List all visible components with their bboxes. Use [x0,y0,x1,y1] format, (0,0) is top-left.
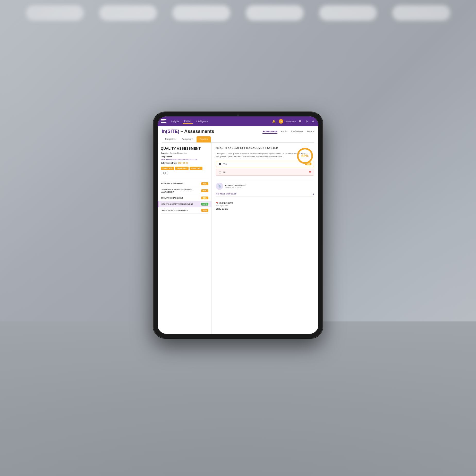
export-xls-button[interactable]: Export XLS [161,167,174,170]
divider-1 [161,178,208,178]
tabs-bar: Templates Campaigns Reports [162,136,314,143]
tablet-screen: Insights Impact Intelligence 🔔 DO David … [158,116,318,334]
nav-impact[interactable]: Impact [183,119,193,124]
radio-no [219,171,221,174]
help-icon[interactable]: ⊙ [304,119,309,124]
user-avatar: DO [279,119,283,124]
tablet-device: Insights Impact Intelligence 🔔 DO David … [153,112,323,338]
scene-container: Insights Impact Intelligence 🔔 DO David … [127,96,349,380]
expiry-section: 📅 EXPIRY DATE Add expiry date 2025-07-11 [216,202,314,210]
category-health-label: HEALTH & SAFETY MANAGEMENT [162,203,201,205]
app-header: in(SITE) – Assessments Assessments Audit… [158,126,318,143]
category-quality[interactable]: QUALITY MANAGEMENT 53% [161,195,208,201]
nav-logo [161,119,166,124]
left-panel: QUALITY ASSESSMENT Supplier: Einstein El… [158,143,212,334]
app-title-brand: in(SITE) [162,129,179,134]
category-health[interactable]: HEALTH & SAFETY MANAGEMENT 100% [158,201,211,207]
category-business[interactable]: BUSINESS MANAGEMENT 47% [161,181,208,187]
logo-line-3 [161,122,166,123]
app-header-top: in(SITE) – Assessments Assessments Audit… [162,129,314,134]
app-title: in(SITE) – Assessments [162,129,214,134]
expiry-hint: Add expiry date [216,205,314,207]
category-quality-score: 53% [201,197,208,199]
nav-actions[interactable]: Actions [307,130,314,134]
nav-intelligence[interactable]: Intelligence [195,119,210,123]
category-business-label: BUSINESS MANAGEMENT [161,182,201,185]
action-buttons: Export XLS Export PDF Share URL Exit [161,167,208,175]
tab-templates[interactable]: Templates [162,136,178,142]
divider-2 [216,180,314,180]
nav-insights[interactable]: Insights [169,119,181,123]
download-icon[interactable]: ⤓ [312,192,314,195]
attach-header: 📎 ATTACH DOCUMENT Choose file to upload [216,183,314,190]
tablet-camera [237,114,239,116]
user-menu[interactable]: DO David Olson [279,119,296,124]
attach-subtitle: Choose file to upload [225,186,314,188]
category-quality-label: QUALITY MANAGEMENT [161,197,201,199]
exit-button[interactable]: Exit [161,171,168,175]
attach-file-name: ISO_45001_SAMPLE.pdf [216,193,236,195]
score-circle-container: 62% [296,147,314,165]
category-business-score: 47% [201,182,208,185]
nav-audits[interactable]: Audits [281,130,287,134]
expiry-date-value: 2025-07-11 [216,208,314,210]
answer-yes-label: Yes [223,163,305,165]
answer-no-label: No [223,171,309,173]
app-title-section: – Assessments [181,129,214,134]
tab-campaigns[interactable]: Campaigns [178,136,197,142]
category-compliance-score: 47% [201,189,208,192]
category-health-score: 100% [201,203,208,206]
category-labor-label: LABOR RIGHTS COMPLIANCE [161,209,201,211]
supplier-meta: Supplier: Einstein Elektroniks [161,152,208,155]
attach-title: ATTACH DOCUMENT [225,184,314,186]
category-labor[interactable]: LABOR RIGHTS COMPLIANCE 63% [161,207,208,214]
share-url-button[interactable]: Share URL [190,167,202,170]
attach-file-row: ISO_45001_SAMPLE.pdf ⤓ [216,191,314,197]
radio-yes [219,163,221,165]
expiry-label: 📅 EXPIRY DATE [216,202,314,204]
date-meta: Submission Date: 2024-05-09 [161,162,208,164]
top-navigation: Insights Impact Intelligence 🔔 DO David … [158,116,318,126]
settings-icon[interactable]: ⊕ [311,119,315,124]
answer-no[interactable]: No ⚑ [216,169,314,176]
paperclip-icon: 📎 [218,184,222,188]
logo-line-2 [161,121,165,121]
score-circle: 62% [296,147,314,165]
nav-evaluations[interactable]: Evaluations [291,130,303,134]
attach-info: ATTACH DOCUMENT Choose file to upload [225,184,314,188]
menu-icon[interactable]: ☰ [298,119,302,124]
flag-icon: ⚑ [309,171,311,174]
tab-reports[interactable]: Reports [197,136,211,142]
divider-3 [216,199,314,199]
user-name: David Olson [284,120,296,123]
bell-icon[interactable]: 🔔 [271,119,277,124]
nav-assessments[interactable]: Assessments [262,130,277,134]
category-compliance[interactable]: COMPLIANCE AND GOVERNANCE MANAGEMENT 47% [161,187,208,195]
main-content: QUALITY ASSESSMENT Supplier: Einstein El… [158,143,318,334]
respondent-meta: Respondent: steve.jenklston@einsteineele… [161,156,208,161]
export-pdf-button[interactable]: Export PDF [175,167,189,170]
respondent-email[interactable]: steve.jenklston@einsteineelektroniks.com [161,158,197,160]
report-title: QUALITY ASSESSMENT [161,147,208,150]
attach-icon: 📎 [216,183,223,190]
logo-line-1 [161,119,166,120]
calendar-icon: 📅 [216,202,218,204]
right-panel: 62% HEALTH AND SAFETY MANAGEMENT SYSTEM … [212,143,318,334]
attach-section: 📎 ATTACH DOCUMENT Choose file to upload … [216,183,314,197]
app-nav-links: Assessments Audits Evaluations Actions [262,130,314,134]
score-text: 62% [296,147,314,165]
category-labor-score: 63% [201,209,208,212]
category-compliance-label: COMPLIANCE AND GOVERNANCE MANAGEMENT [161,189,201,193]
